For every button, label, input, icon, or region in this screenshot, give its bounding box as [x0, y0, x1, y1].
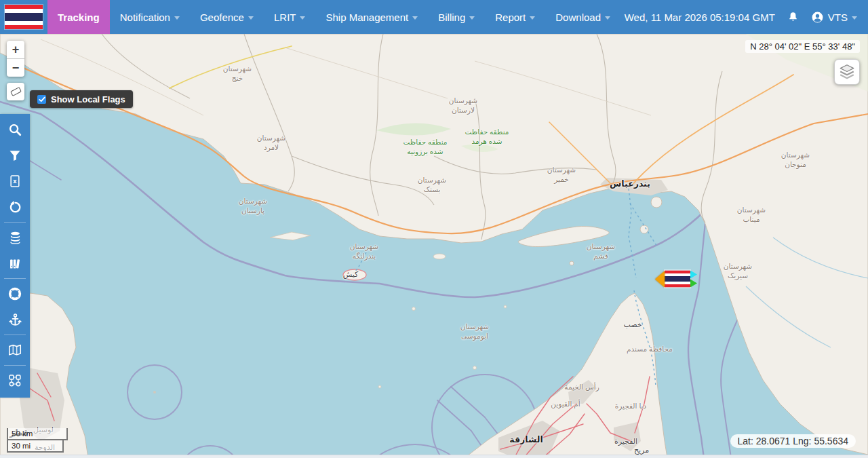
chevron-down-icon — [469, 16, 475, 20]
top-navbar: Tracking Notification Geofence LRIT Ship… — [0, 0, 868, 34]
chevron-down-icon — [852, 16, 857, 20]
menu-download[interactable]: Download — [545, 0, 620, 34]
history-rotate-icon — [8, 200, 22, 214]
datetime-display: Wed, 11 Mar 2026 05:19:04 GMT — [625, 12, 775, 23]
folded-map-icon — [7, 343, 22, 358]
layers-control-button[interactable] — [834, 59, 860, 85]
menu-label: Ship Management — [326, 12, 408, 23]
map-canvas[interactable]: حاجی آبادشهرستان خنجشهرستان لارستانشهرست… — [0, 34, 868, 458]
chevron-down-icon — [248, 16, 254, 20]
scale-mi: 30 mi — [7, 440, 64, 453]
archive-button[interactable] — [0, 250, 30, 276]
zoom-in-button[interactable]: + — [7, 41, 24, 58]
show-local-flags-toggle[interactable]: Show Local Flags — [30, 90, 133, 108]
search-button[interactable] — [0, 117, 30, 142]
zoom-out-button[interactable]: − — [7, 59, 24, 77]
scale-control: 50 km 30 mi — [7, 428, 68, 453]
menu-label: Download — [555, 12, 601, 23]
chevron-down-icon — [412, 16, 418, 20]
archive-books-icon — [8, 256, 22, 271]
user-icon — [811, 11, 824, 24]
menu-billing[interactable]: Billing — [428, 0, 485, 34]
checkbox-checked-icon[interactable] — [37, 95, 46, 104]
ruler-icon — [10, 87, 22, 96]
user-label: VTS — [828, 12, 848, 23]
database-button[interactable] — [0, 225, 30, 250]
search-icon — [7, 122, 22, 137]
scale-km: 50 km — [7, 428, 68, 440]
menu-label: Billing — [438, 12, 465, 23]
map-tool-sidebar: x — [0, 114, 30, 398]
menu-geofence[interactable]: Geofence — [190, 0, 264, 34]
svg-text:x: x — [13, 178, 17, 185]
workflow-icon — [8, 374, 22, 387]
vessel-status-green-icon — [690, 280, 697, 288]
vessel-heading-arrow-icon — [655, 271, 665, 287]
filter-button[interactable] — [0, 142, 30, 168]
excel-file-icon: x — [8, 174, 22, 188]
workflow-button[interactable] — [0, 368, 30, 394]
menu-lrit[interactable]: LRIT — [264, 0, 316, 34]
zoom-control: + − — [7, 41, 24, 77]
chevron-down-icon — [300, 16, 305, 20]
filter-icon — [8, 149, 22, 162]
menu-label: Notification — [120, 12, 170, 23]
vessel-marker[interactable] — [655, 271, 697, 288]
menu-notification[interactable]: Notification — [110, 0, 190, 34]
menu-tracking[interactable]: Tracking — [47, 0, 110, 34]
chevron-down-icon — [174, 16, 180, 20]
main-menu: Tracking Notification Geofence LRIT Ship… — [47, 0, 620, 34]
menu-label: LRIT — [274, 12, 296, 23]
notifications-bell-button[interactable] — [787, 11, 799, 23]
anchor-button[interactable] — [0, 307, 30, 332]
menu-label: Geofence — [200, 12, 244, 23]
menu-label: Report — [495, 12, 526, 23]
thailand-flag-vessel-icon — [665, 271, 690, 288]
menu-report[interactable]: Report — [485, 0, 545, 34]
layers-icon — [838, 63, 856, 81]
show-local-flags-label: Show Local Flags — [51, 94, 125, 104]
lifebuoy-button[interactable] — [0, 281, 30, 307]
chevron-down-icon — [605, 16, 610, 20]
measure-tool-button[interactable] — [7, 83, 24, 100]
thailand-flag-icon — [5, 5, 43, 29]
excel-export-button[interactable]: x — [0, 168, 30, 194]
user-menu[interactable]: VTS — [811, 11, 857, 24]
anchor-icon — [8, 313, 22, 327]
bell-icon — [787, 11, 799, 23]
vessel-status-cyan-icon — [690, 271, 697, 279]
chevron-down-icon — [530, 16, 535, 20]
map-button[interactable] — [0, 337, 30, 363]
menu-ship-management[interactable]: Ship Management — [315, 0, 428, 34]
brand-logo[interactable] — [0, 0, 47, 34]
cursor-latlng-display: Lat: 28.0671 Lng: 55.5634 — [730, 434, 856, 448]
menu-label: Tracking — [58, 12, 100, 23]
page-bottom-strip — [0, 455, 868, 458]
history-button[interactable] — [0, 194, 30, 220]
mouse-coordinates-display: N 28° 04' 02" E 55° 33' 48" — [745, 40, 860, 53]
lifebuoy-icon — [7, 286, 22, 301]
database-icon — [8, 231, 22, 245]
